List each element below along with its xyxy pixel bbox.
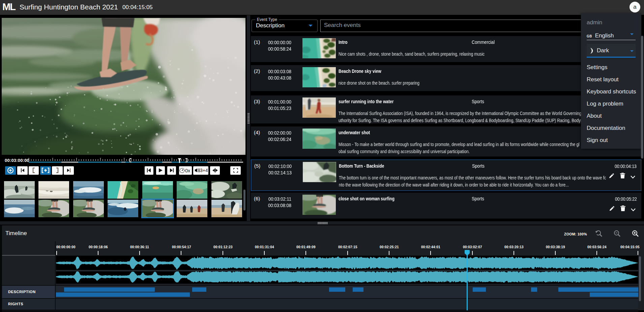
svg-text:3+4: 3+4 (200, 168, 208, 173)
svg-text:0x: 0x (185, 168, 191, 173)
